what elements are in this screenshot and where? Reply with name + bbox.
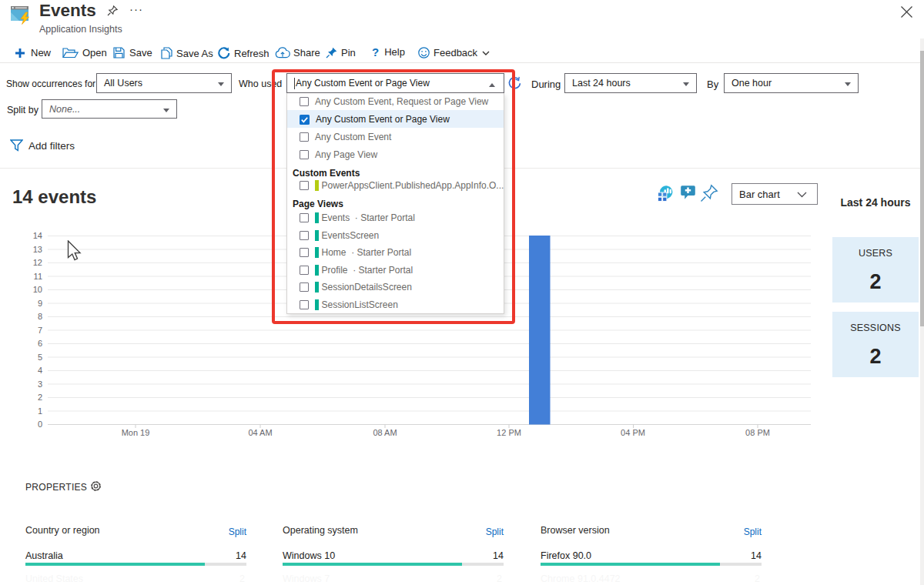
- svg-text:04 PM: 04 PM: [621, 428, 645, 437]
- svg-text:08 PM: 08 PM: [745, 428, 770, 437]
- svg-text:12: 12: [33, 258, 42, 267]
- svg-text:14: 14: [33, 231, 42, 240]
- svg-text:1: 1: [38, 406, 42, 416]
- svg-text:8: 8: [38, 312, 42, 321]
- svg-text:7: 7: [38, 326, 42, 335]
- svg-text:08 AM: 08 AM: [373, 428, 397, 437]
- svg-text:2: 2: [38, 393, 42, 402]
- svg-text:3: 3: [38, 379, 42, 389]
- svg-text:Mon 19: Mon 19: [122, 428, 150, 437]
- svg-text:4: 4: [38, 366, 42, 375]
- svg-text:5: 5: [38, 353, 42, 362]
- svg-text:11: 11: [34, 272, 42, 281]
- svg-text:9: 9: [38, 299, 42, 308]
- svg-text:6: 6: [38, 339, 42, 348]
- svg-text:13: 13: [33, 245, 42, 254]
- svg-text:04 AM: 04 AM: [248, 428, 272, 437]
- svg-text:10: 10: [33, 285, 42, 294]
- svg-text:12 PM: 12 PM: [497, 428, 521, 437]
- svg-text:0: 0: [38, 420, 42, 429]
